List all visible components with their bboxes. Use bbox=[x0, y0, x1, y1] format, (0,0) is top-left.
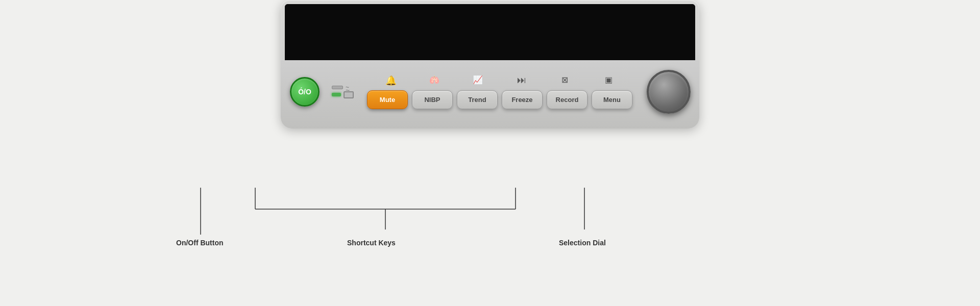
shortcut-keys-label: Shortcut Keys bbox=[347, 238, 396, 247]
dial-section bbox=[647, 66, 691, 117]
shortcut-keys-text: Shortcut Keys bbox=[347, 239, 396, 247]
window-icon: ▣ bbox=[588, 75, 629, 86]
nibp-button[interactable]: NIBP bbox=[412, 90, 453, 109]
shortcut-section: 🔔 🫁 📈 ⏭ ⊠ ▣ Mute NIBP Trend Freeze Recor… bbox=[367, 75, 632, 109]
status-indicators: ~ bbox=[332, 86, 357, 98]
spo2-icon: 🫁 bbox=[414, 75, 455, 86]
freeze-button[interactable]: Freeze bbox=[502, 90, 543, 109]
selection-dial-label: Selection Dial bbox=[559, 238, 606, 247]
shortcut-buttons-row: Mute NIBP Trend Freeze Record Menu bbox=[367, 90, 632, 109]
on-off-label: On/Off Button bbox=[176, 238, 224, 247]
selection-dial-text: Selection Dial bbox=[559, 239, 606, 247]
monitor-body: Ó/O ~ bbox=[281, 0, 699, 129]
top-icons-row: 🔔 🫁 📈 ⏭ ⊠ ▣ bbox=[367, 75, 632, 86]
trend-icon: 📈 bbox=[457, 75, 498, 86]
indicator-row-top: ~ bbox=[332, 86, 357, 89]
power-section: Ó/O bbox=[290, 77, 320, 107]
indicator-bar bbox=[332, 86, 343, 89]
power-symbol: Ó/O bbox=[298, 88, 311, 95]
menu-button[interactable]: Menu bbox=[592, 90, 632, 109]
screen-inner bbox=[285, 4, 695, 60]
mute-button[interactable]: Mute bbox=[367, 90, 408, 109]
indicator-row-bottom bbox=[332, 91, 357, 98]
alarm-icon: 🔔 bbox=[371, 75, 411, 86]
record-button[interactable]: Record bbox=[547, 90, 587, 109]
power-button[interactable]: Ó/O bbox=[290, 77, 320, 107]
on-off-button-label: On/Off Button bbox=[176, 239, 224, 247]
control-panel: Ó/O ~ bbox=[281, 60, 699, 129]
indicator-wave: ~ bbox=[346, 86, 357, 89]
trend-button[interactable]: Trend bbox=[457, 90, 498, 109]
filter-icon: ⊠ bbox=[545, 75, 585, 86]
skip-icon: ⏭ bbox=[501, 75, 542, 86]
monitor-device: Ó/O ~ bbox=[281, 0, 699, 129]
selection-dial[interactable] bbox=[647, 70, 691, 114]
indicator-green bbox=[332, 93, 341, 96]
screen-area bbox=[285, 4, 695, 60]
page-wrapper: Ó/O ~ bbox=[0, 0, 980, 306]
